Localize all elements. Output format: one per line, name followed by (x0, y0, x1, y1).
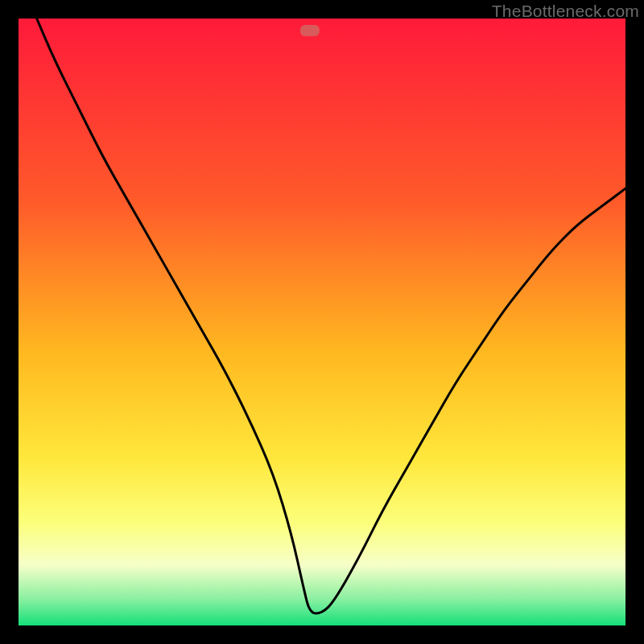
watermark-text: TheBottleneck.com (492, 2, 639, 21)
optimal-point-marker (300, 25, 320, 36)
chart-frame (19, 19, 625, 625)
gradient-background (19, 19, 625, 625)
bottleneck-chart (19, 19, 625, 625)
